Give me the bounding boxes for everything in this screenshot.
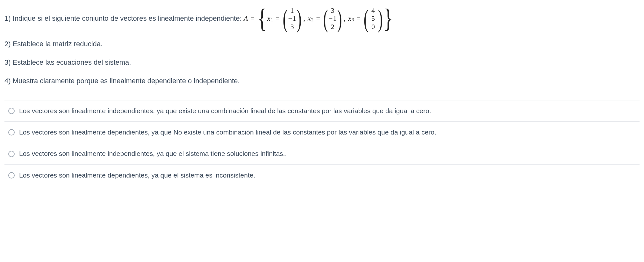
option-4[interactable]: Los vectores son linealmente dependiente… xyxy=(4,164,640,186)
vec3-r3: 0 xyxy=(371,23,375,31)
option-label: Los vectores son linealmente dependiente… xyxy=(19,127,436,137)
sym-sub2: 2 xyxy=(311,16,314,23)
vec1-r3: 3 xyxy=(290,23,294,31)
sym-comma-2: , xyxy=(344,13,346,24)
option-label: Los vectores son linealmente independien… xyxy=(19,149,287,158)
sym-sub1: 1 xyxy=(271,16,273,23)
question-line-4: 4) Muestra claramente porque es linealme… xyxy=(4,76,640,86)
vector-2: ( 3 − 1 2 ) xyxy=(323,6,342,31)
sym-comma-1: , xyxy=(304,13,305,24)
radio-icon[interactable] xyxy=(8,108,15,114)
option-2[interactable]: Los vectores son linealmente dependiente… xyxy=(4,121,640,143)
vec2-r1: 3 xyxy=(331,6,334,14)
vec2-r3: 2 xyxy=(331,23,334,31)
sym-x2: x xyxy=(308,13,311,24)
question-line-1: 1) Indique si el siguiente conjunto de v… xyxy=(4,6,640,31)
vector-1: ( 1 − 1 3 ) xyxy=(283,6,302,31)
vec3-r2: 5 xyxy=(371,14,375,22)
math-expression: A = { x1 = ( 1 − 1 3 ) , x2 = ( xyxy=(244,6,393,31)
sym-A: A xyxy=(244,13,248,24)
sym-x1: x xyxy=(267,13,270,24)
question-block: 1) Indique si el siguiente conjunto de v… xyxy=(4,6,640,86)
sym-x3: x xyxy=(348,13,351,24)
radio-icon[interactable] xyxy=(8,129,15,135)
radio-icon[interactable] xyxy=(8,151,15,157)
vec1-r1: 1 xyxy=(290,6,294,14)
option-3[interactable]: Los vectores son linealmente independien… xyxy=(4,143,640,164)
question-line-3: 3) Establece las ecuaciones del sistema. xyxy=(4,57,640,68)
sym-eq-1: = xyxy=(275,13,279,24)
sym-sub3: 3 xyxy=(352,16,354,23)
option-label: Los vectores son linealmente independien… xyxy=(19,106,431,116)
vector-3: ( 4 5 0 ) xyxy=(364,6,383,31)
answer-options: Los vectores son linealmente independien… xyxy=(4,100,640,186)
sym-eq-2: = xyxy=(316,13,320,24)
radio-icon[interactable] xyxy=(8,172,15,178)
option-1[interactable]: Los vectores son linealmente independien… xyxy=(4,100,640,121)
vec1-r2: − 1 xyxy=(288,14,296,22)
question-1-text: 1) Indique si el siguiente conjunto de v… xyxy=(4,13,244,24)
sym-eq: = xyxy=(250,13,254,24)
vec3-r1: 4 xyxy=(371,6,375,14)
sym-eq-3: = xyxy=(357,13,361,24)
vec2-r2: − 1 xyxy=(329,14,337,22)
option-label: Los vectores son linealmente dependiente… xyxy=(19,171,255,180)
question-line-2: 2) Establece la matriz reducida. xyxy=(4,39,640,49)
